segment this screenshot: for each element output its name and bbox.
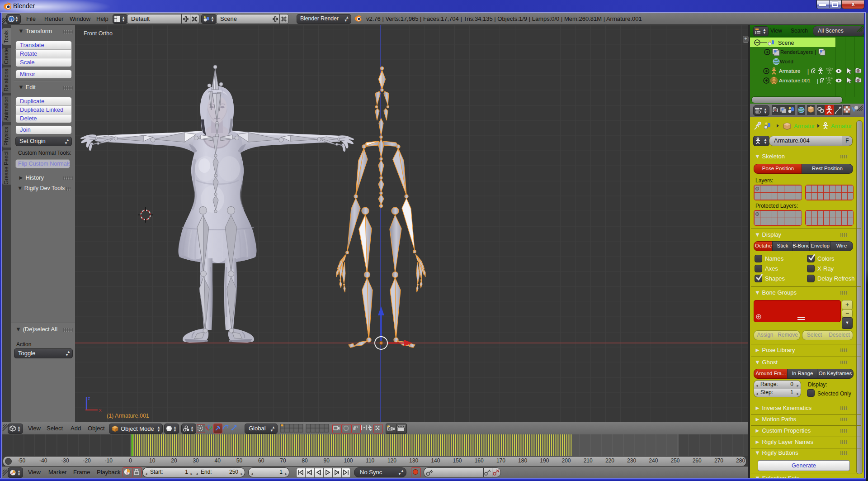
svg-text:x: x (99, 407, 102, 413)
svg-text:Tools: Tools (3, 30, 9, 43)
svg-text:Relations: Relations (3, 69, 9, 91)
svg-text:Armatur: Armatur (831, 123, 852, 129)
svg-text:Armatur: Armatur (794, 123, 815, 129)
svg-text:z: z (88, 395, 90, 401)
svg-text:Front Ortho: Front Ortho (84, 30, 113, 37)
svg-text:(1) Armature.001: (1) Armature.001 (107, 413, 149, 419)
svg-text:Create: Create (3, 48, 9, 64)
svg-text:Physics: Physics (3, 127, 9, 145)
svg-text:Grease Pencil: Grease Pencil (3, 150, 9, 184)
svg-text:Animation: Animation (3, 96, 9, 120)
